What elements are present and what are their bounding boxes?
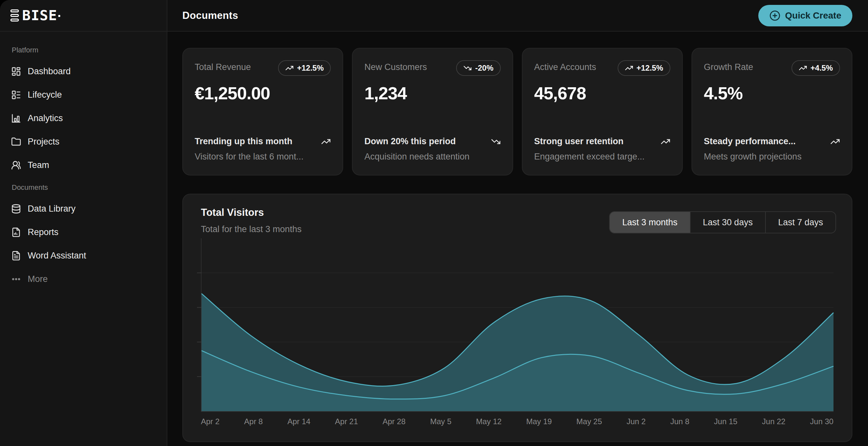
x-axis-label: Jun 15 [714, 417, 738, 426]
trend-badge: -20% [456, 60, 500, 76]
sidebar-item-label: Projects [28, 137, 60, 147]
tab-last-3-months[interactable]: Last 3 months [610, 212, 690, 233]
trending-down-icon [463, 64, 472, 72]
card-footer: Strong user retention Engagement exceed … [534, 136, 670, 162]
nav-section-platform-label: Platform [12, 46, 158, 54]
stat-card-growth-rate: Growth Rate +4.5% 4.5% Steady performanc… [691, 48, 852, 176]
sidebar-item-reports[interactable]: Reports [11, 222, 158, 243]
total-visitors-card: Total Visitors Total for the last 3 mont… [182, 194, 852, 442]
badge-value: -20% [475, 63, 493, 73]
dashboard-icon [11, 66, 21, 76]
x-axis-label: May 5 [430, 417, 451, 426]
card-value: 1,234 [364, 83, 500, 103]
badge-value: +4.5% [810, 63, 833, 73]
trending-up-icon [285, 64, 294, 72]
x-axis: Apr 2Apr 8Apr 14Apr 21Apr 28May 5May 12M… [201, 417, 834, 426]
chart-subtitle: Total for the last 3 months [201, 224, 302, 234]
sidebar-item-label: Dashboard [28, 66, 71, 76]
file-text-icon [11, 251, 21, 261]
x-axis-label: Apr 8 [244, 417, 263, 426]
trademark-dot [58, 15, 60, 17]
card-title: New Customers [364, 60, 427, 73]
content: Total Revenue +12.5% €1,250.00 Trending … [167, 32, 868, 446]
database-icon [11, 204, 21, 214]
tab-last-30-days[interactable]: Last 30 days [690, 212, 765, 233]
sidebar-item-projects[interactable]: Projects [11, 131, 158, 152]
card-footer: Down 20% this period Acquisition needs a… [364, 136, 500, 162]
sidebar-item-label: Word Assistant [28, 251, 86, 261]
x-axis-label: Jun 2 [626, 417, 646, 426]
trending-up-icon [830, 137, 840, 147]
sidebar-item-analytics[interactable]: Analytics [11, 108, 158, 129]
card-value: €1,250.00 [195, 83, 331, 103]
bar-chart-icon [11, 113, 21, 123]
logo-text: BISE [22, 8, 57, 23]
sidebar-item-dashboard[interactable]: Dashboard [11, 61, 158, 82]
x-axis-label: Apr 28 [382, 417, 406, 426]
layout-list-icon [11, 90, 21, 100]
badge-value: +12.5% [637, 63, 663, 73]
ellipsis-icon [11, 274, 21, 284]
trending-down-icon [491, 137, 501, 147]
visitors-area-chart [201, 238, 834, 412]
card-title: Growth Rate [704, 60, 753, 73]
card-footer-title: Strong user retention [534, 136, 624, 147]
card-footer-desc: Acquisition needs attention [364, 152, 500, 162]
trending-up-icon [799, 64, 807, 72]
card-footer-desc: Meets growth projections [704, 152, 840, 162]
stat-cards-row: Total Revenue +12.5% €1,250.00 Trending … [182, 48, 852, 176]
card-footer-desc: Engagement exceed targe... [534, 152, 670, 162]
trend-badge: +12.5% [618, 60, 670, 76]
page-header: Documents Quick Create [167, 0, 868, 32]
x-axis-label: Jun 30 [810, 417, 834, 426]
sidebar-item-lifecycle[interactable]: Lifecycle [11, 84, 158, 105]
chart-title: Total Visitors [201, 207, 302, 218]
quick-create-button[interactable]: Quick Create [758, 5, 852, 26]
chart-heading: Total Visitors Total for the last 3 mont… [201, 207, 302, 234]
card-footer-title: Down 20% this period [364, 136, 456, 147]
trending-up-icon [321, 137, 331, 147]
x-axis-label: Apr 21 [335, 417, 358, 426]
sidebar-item-label: More [28, 274, 48, 284]
trending-up-icon [661, 137, 670, 147]
sidebar-item-word-assistant[interactable]: Word Assistant [11, 245, 158, 266]
sidebar-item-team[interactable]: Team [11, 155, 158, 176]
users-icon [11, 160, 21, 170]
sidebar-item-label: Reports [28, 227, 59, 237]
sidebar-item-label: Data Library [28, 204, 75, 214]
stat-card-total-revenue: Total Revenue +12.5% €1,250.00 Trending … [182, 48, 343, 176]
x-axis-label: Apr 14 [287, 417, 311, 426]
nav-section-documents-label: Documents [12, 183, 158, 192]
card-footer: Steady performance... Meets growth proje… [704, 136, 840, 162]
file-chart-icon [11, 227, 21, 237]
chart-body: Apr 2Apr 8Apr 14Apr 21Apr 28May 5May 12M… [201, 238, 834, 426]
page-title: Documents [182, 10, 238, 22]
sidebar-item-label: Lifecycle [28, 90, 62, 100]
card-title: Active Accounts [534, 60, 596, 73]
x-axis-label: Jun 22 [762, 417, 785, 426]
tab-last-7-days[interactable]: Last 7 days [765, 212, 835, 233]
x-axis-label: May 25 [576, 417, 602, 426]
sidebar-item-more[interactable]: More [11, 268, 158, 289]
sidebar-item-label: Team [28, 160, 49, 170]
main-area: Documents Quick Create Total Revenue +12… [167, 0, 868, 446]
x-axis-label: May 12 [476, 417, 502, 426]
trend-badge: +4.5% [792, 60, 840, 76]
card-footer-title: Steady performance... [704, 136, 796, 147]
card-footer: Trending up this month Visitors for the … [195, 136, 331, 162]
sidebar: BISE Platform Dashboard Lifecycle Analyt… [0, 0, 167, 446]
card-value: 4.5% [704, 83, 840, 103]
card-title: Total Revenue [195, 60, 251, 73]
card-footer-title: Trending up this month [195, 136, 292, 147]
logo[interactable]: BISE [0, 0, 167, 32]
sidebar-item-data-library[interactable]: Data Library [11, 198, 158, 219]
stat-card-new-customers: New Customers -20% 1,234 Down 20% this p… [352, 48, 513, 176]
card-value: 45,678 [534, 83, 670, 103]
circle-plus-icon [769, 10, 780, 21]
folder-icon [11, 137, 21, 147]
trending-up-icon [625, 64, 633, 72]
trend-badge: +12.5% [278, 60, 331, 76]
x-axis-label: Apr 2 [201, 417, 219, 426]
badge-value: +12.5% [297, 63, 323, 73]
app-window: BISE Platform Dashboard Lifecycle Analyt… [0, 0, 868, 446]
